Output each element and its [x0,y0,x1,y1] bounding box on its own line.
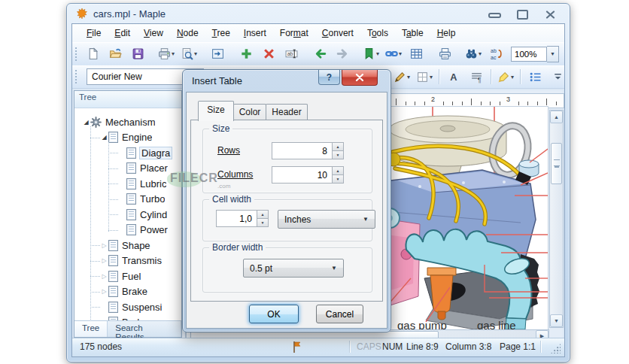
tree-item-label: Body [122,317,144,320]
tab-search-results[interactable]: Search Results [108,321,181,337]
menu-item-edit[interactable]: Edit [108,26,137,41]
tree-item-label: Power [140,224,168,235]
columns-spin-up[interactable]: ▲ [332,166,344,175]
vertical-scroll-thumb[interactable] [551,143,562,184]
expander-closed-icon[interactable]: ▷ [100,257,108,264]
menu-item-node[interactable]: Node [170,26,205,41]
save-button[interactable] [127,45,148,63]
find-button[interactable]: ▾ [463,45,484,63]
cell-width-input[interactable]: 1,0 [216,210,257,227]
tree-connector-line [108,142,109,232]
menu-item-insert[interactable]: Insert [237,26,273,41]
open-folder-button[interactable] [105,45,126,63]
zoom-value[interactable]: 100% [511,47,547,62]
tab-size[interactable]: Size [198,101,234,121]
tab-color[interactable]: Color [233,104,266,120]
pen-button[interactable]: ▾ [391,68,412,86]
tab-tree[interactable]: Tree [74,321,108,337]
dropdown-arrow[interactable]: ▾ [376,50,379,57]
title-bar[interactable]: cars.mpl - Maple [67,4,570,23]
border-width-combobox[interactable]: 0.5 pt ▼ [243,259,344,278]
scroll-up-button[interactable]: ▲ [550,111,563,123]
delete-node-button[interactable] [258,45,279,63]
ok-button[interactable]: OK [249,305,299,323]
bookmark-button[interactable]: ▾ [360,45,381,63]
dialog-help-button[interactable]: ? [318,70,340,85]
dropdown-arrow[interactable]: ▾ [172,50,175,57]
scroll-down-button[interactable]: ▼ [550,314,563,327]
menu-item-help[interactable]: Help [430,26,463,41]
border-width-group-label: Border width [209,242,266,253]
dropdown-arrow[interactable]: ▾ [407,74,410,80]
dialog-close-button[interactable] [342,70,378,86]
expander-open-icon[interactable]: ◢ [100,134,108,141]
borders-button[interactable]: ▾ [414,68,435,86]
dropdown-arrow[interactable]: ▾ [194,50,197,57]
tree-connector-stub [90,276,100,277]
menu-item-convert[interactable]: Convert [315,26,360,41]
columns-input[interactable]: 10 [272,166,333,184]
tree-item-label: Mechanism [105,117,155,128]
tab-header[interactable]: Header [266,104,308,120]
navigate-forward-button[interactable] [332,45,353,63]
vertical-scrollbar[interactable]: ▲ ▼ [549,110,564,328]
cancel-button[interactable]: Cancel [316,305,363,323]
zoom-level-combobox[interactable]: 100%▼ [511,46,559,62]
navigate-back-button[interactable] [309,45,330,63]
rows-spin-down[interactable]: ▼ [332,151,344,159]
columns-spin-down[interactable]: ▼ [332,175,344,184]
zoom-dropdown-arrow[interactable]: ▼ [547,46,559,62]
rename-node-icon: ab [285,47,298,60]
menu-item-file[interactable]: File [80,26,108,41]
dropdown-arrow[interactable]: ▾ [430,74,433,80]
bullet-list-button[interactable] [524,68,545,86]
paragraph-marks-button[interactable]: ¶ [466,68,487,86]
print-preview-button[interactable]: ▾ [178,45,199,63]
toolbar-overflow-button[interactable] [547,68,565,86]
pen-icon [394,71,406,83]
font-color-button[interactable]: A [443,68,464,86]
hyperlink-button[interactable]: ▾ [383,45,404,63]
highlight-button[interactable]: ▾ [495,68,516,86]
menu-item-tree[interactable]: Tree [205,26,237,41]
dropdown-arrow[interactable]: ▾ [511,74,514,80]
cell-width-spin-up[interactable]: ▲ [257,210,269,219]
paragraph-marks-icon: ¶ [470,71,483,83]
insert-table-button[interactable] [406,45,427,63]
new-document-button[interactable] [82,45,103,63]
document-icon [126,162,136,174]
rows-input[interactable]: 8 [272,142,333,159]
svg-text:¶: ¶ [477,74,481,83]
replace-button[interactable]: abac [485,45,506,63]
document-icon [126,209,136,220]
expander-open-icon[interactable]: ◢ [82,119,90,126]
close-button[interactable] [541,8,559,20]
hyperlink-icon [385,47,398,60]
toolbar-overflow-button[interactable] [561,45,565,63]
menu-item-table[interactable]: Table [395,26,430,41]
print-document-button[interactable] [434,45,455,63]
dropdown-arrow[interactable]: ▾ [479,50,482,57]
add-node-button[interactable] [235,45,257,63]
tree-item-label: Cylind [140,209,167,220]
rename-node-button[interactable]: ab [281,45,302,63]
caps-indicator: CAPS [357,341,381,352]
minimize-button[interactable] [485,8,503,20]
restore-button[interactable] [513,8,531,20]
toolbar-grip[interactable] [75,70,80,83]
toolbar-grip[interactable] [75,47,77,61]
document-icon [126,193,136,205]
expander-closed-icon[interactable]: ▷ [100,288,108,295]
menu-item-tools[interactable]: Tools [360,26,395,41]
menu-item-format[interactable]: Format [273,26,315,41]
export-frame-button[interactable] [207,45,228,63]
rows-spin-up[interactable]: ▲ [332,142,344,151]
resize-grip[interactable] [551,344,561,353]
cell-width-unit-combobox[interactable]: Inches ▼ [278,210,375,229]
dropdown-arrow[interactable]: ▾ [399,50,402,57]
cell-width-spin-down[interactable]: ▼ [257,219,269,227]
menu-item-view[interactable]: View [137,26,170,41]
print-button[interactable]: ▾ [156,45,177,63]
expander-closed-icon[interactable]: ▷ [100,273,108,280]
expander-closed-icon[interactable]: ▷ [100,242,108,249]
